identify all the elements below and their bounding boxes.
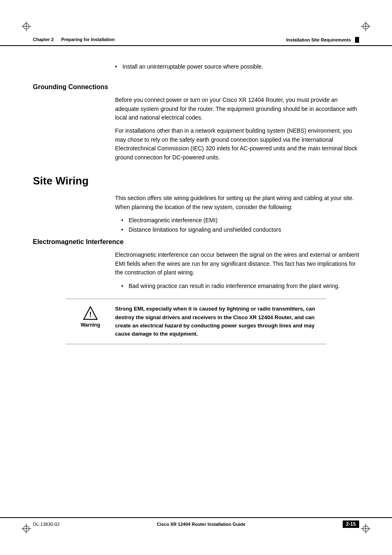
header-bar	[355, 37, 359, 43]
site-wiring-intro: This section offers site wiring guidelin…	[115, 194, 359, 212]
site-wiring-heading: Site Wiring	[33, 175, 359, 187]
footer-guide-title: Cisco XR 12404 Router Installation Guide	[157, 522, 246, 527]
chapter-label: Chapter 2	[33, 37, 54, 42]
header-right: Installation Site Requirements	[286, 37, 359, 43]
emi-bullet-1: Bad wiring practice can result in radio …	[121, 281, 359, 290]
header-left: Chapter 2 Preparing for Installation	[33, 37, 115, 42]
top-bullet-item-1: Install an uninterruptable power source …	[115, 62, 359, 71]
warning-box: ! Warning Strong EMI, especially when it…	[66, 299, 326, 344]
page-number: 2-15	[343, 520, 359, 528]
svg-text:!: !	[89, 311, 92, 319]
emi-section: Electromagnetic Interference Electromagn…	[33, 238, 359, 290]
warning-icon-area: ! Warning	[66, 305, 115, 328]
footer-doc-number: OL-13830-02	[33, 522, 60, 527]
main-content: Install an uninterruptable power source …	[0, 46, 392, 361]
grounding-section: Grounding Connections Before you connect…	[33, 83, 359, 162]
top-bullet-list: Install an uninterruptable power source …	[115, 62, 359, 71]
page: Chapter 2 Preparing for Installation Ins…	[0, 0, 392, 555]
corner-mark-tr	[361, 21, 371, 31]
grounding-para-2: For installations other than in a networ…	[115, 127, 359, 162]
warning-label: Warning	[81, 322, 100, 328]
site-wiring-bullet-1: Electromagnetic interference (EMI)	[121, 216, 359, 225]
site-wiring-section: Site Wiring This section offers site wir…	[33, 175, 359, 234]
emi-heading: Electromagnetic Interference	[33, 238, 359, 246]
site-wiring-bullets: Electromagnetic interference (EMI) Dista…	[121, 216, 359, 234]
grounding-para-1: Before you connect power or turn on your…	[115, 96, 359, 122]
warning-triangle-icon: !	[83, 306, 98, 320]
corner-mark-tl	[21, 21, 31, 31]
page-footer: OL-13830-02 Cisco XR 12404 Router Instal…	[0, 517, 392, 530]
site-wiring-bullet-2: Distance limitations for signaling and u…	[121, 225, 359, 234]
page-header: Chapter 2 Preparing for Installation Ins…	[0, 0, 392, 46]
footer-page-area: 2-15	[343, 520, 359, 528]
emi-para: Electromagnetic interference can occur b…	[115, 251, 359, 277]
section-title: Installation Site Requirements	[286, 37, 351, 42]
emi-bullets: Bad wiring practice can result in radio …	[121, 281, 359, 290]
chapter-title: Preparing for Installation	[61, 37, 115, 42]
grounding-heading: Grounding Connections	[33, 83, 359, 91]
warning-text: Strong EMI, especially when it is caused…	[115, 305, 326, 338]
